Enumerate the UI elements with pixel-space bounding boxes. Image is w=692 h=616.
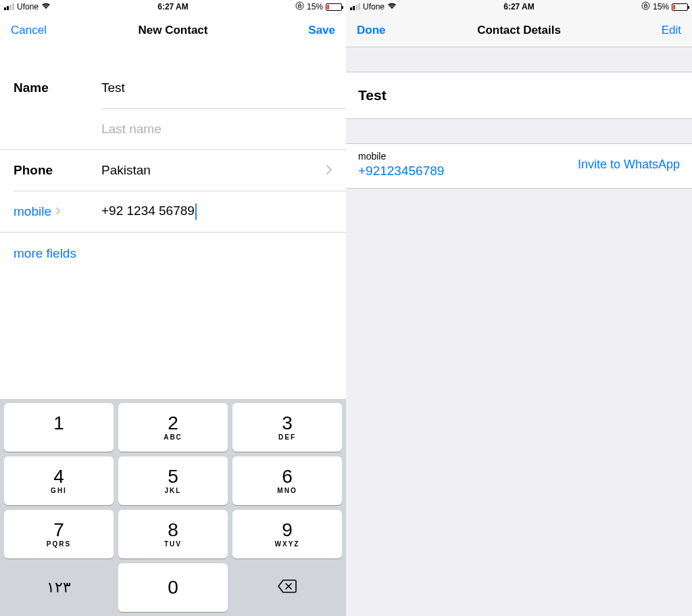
nav-title: New Contact	[139, 24, 208, 37]
nav-bar: Cancel New Contact Save	[0, 14, 346, 47]
phone-type-label: mobile	[14, 204, 51, 219]
country-row[interactable]: Phone Pakistan	[0, 150, 346, 191]
done-button[interactable]: Done	[357, 24, 386, 37]
first-name-row: Name	[0, 68, 346, 108]
status-time: 6:27 AM	[157, 2, 189, 11]
cancel-button[interactable]: Cancel	[11, 24, 47, 37]
name-label: Name	[14, 80, 101, 95]
key-1[interactable]: 1	[4, 403, 114, 452]
status-bar: Ufone 6:27 AM 15%	[346, 0, 692, 14]
key-4[interactable]: 4GHI	[4, 456, 114, 505]
key-language-switch[interactable]: ۱۲۳	[4, 563, 114, 612]
key-3[interactable]: 3DEF	[232, 403, 342, 452]
key-9[interactable]: 9WXYZ	[232, 510, 342, 559]
wifi-icon	[387, 3, 397, 11]
screen-new-contact: Ufone 6:27 AM 15% Cancel New Contact Sav…	[0, 0, 346, 616]
rotation-lock-icon	[641, 1, 650, 12]
text-cursor	[195, 204, 197, 220]
nav-bar: Done Contact Details Edit	[346, 14, 692, 47]
battery-percent: 15%	[653, 2, 669, 11]
carrier-label: Ufone	[363, 2, 385, 11]
phone-number-value[interactable]: +92123456789	[358, 164, 444, 179]
contact-form: Name Phone Pakistan	[0, 47, 346, 275]
key-2[interactable]: 2ABC	[118, 403, 228, 452]
phone-number-input[interactable]: +92 1234 56789	[101, 204, 197, 220]
first-name-input[interactable]	[101, 80, 332, 95]
numeric-keypad: 1 2ABC 3DEF 4GHI 5JKL 6MNO 7PQRS 8TUV 9W…	[0, 399, 346, 616]
carrier-label: Ufone	[17, 2, 39, 11]
nav-title: Contact Details	[477, 24, 561, 37]
phone-label: Phone	[14, 163, 101, 178]
status-time: 6:27 AM	[503, 2, 535, 11]
wifi-icon	[41, 3, 51, 11]
edit-button[interactable]: Edit	[662, 24, 681, 37]
last-name-input[interactable]	[101, 122, 332, 137]
battery-icon	[326, 3, 342, 11]
country-value: Pakistan	[101, 163, 151, 178]
phone-type-button[interactable]: mobile	[14, 204, 101, 219]
phone-type-label: mobile	[358, 151, 444, 162]
svg-point-1	[642, 2, 649, 9]
status-bar: Ufone 6:27 AM 15%	[0, 0, 346, 14]
chevron-right-icon	[55, 206, 61, 217]
key-0[interactable]: 0	[118, 563, 228, 612]
rotation-lock-icon	[295, 1, 304, 12]
more-fields-button[interactable]: more fields	[14, 246, 76, 260]
svg-point-0	[296, 2, 303, 9]
contact-name: Test	[346, 72, 692, 118]
key-6[interactable]: 6MNO	[232, 456, 342, 505]
battery-icon	[672, 3, 688, 11]
last-name-row	[0, 109, 346, 149]
phone-number-row: mobile +92 1234 56789	[0, 191, 346, 232]
signal-icon	[350, 3, 360, 10]
contact-name-card: Test	[346, 72, 692, 119]
key-8[interactable]: 8TUV	[118, 510, 228, 559]
contact-phone-card: mobile +92123456789 Invite to WhatsApp	[346, 143, 692, 189]
backspace-icon	[277, 579, 297, 596]
battery-percent: 15%	[307, 2, 323, 11]
invite-to-whatsapp-button[interactable]: Invite to WhatsApp	[578, 158, 680, 172]
chevron-right-icon	[326, 162, 332, 179]
signal-icon	[4, 3, 14, 10]
key-5[interactable]: 5JKL	[118, 456, 228, 505]
save-button[interactable]: Save	[308, 24, 335, 37]
key-7[interactable]: 7PQRS	[4, 510, 114, 559]
screen-contact-details: Ufone 6:27 AM 15% Done Contact Details E…	[346, 0, 692, 616]
key-backspace[interactable]	[232, 563, 342, 612]
